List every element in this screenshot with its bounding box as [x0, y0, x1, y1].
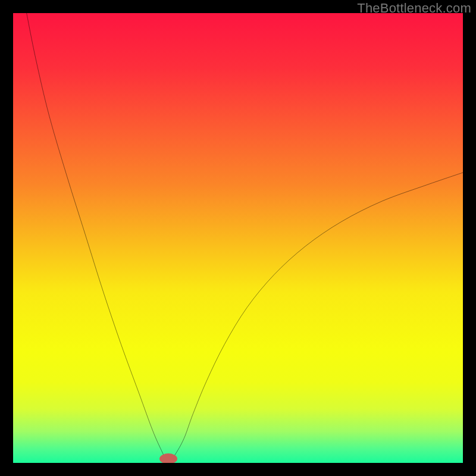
- plot-area: [13, 13, 463, 463]
- background-gradient: [13, 13, 463, 463]
- chart-stage: TheBottleneck.com: [0, 0, 476, 476]
- svg-rect-0: [13, 13, 463, 463]
